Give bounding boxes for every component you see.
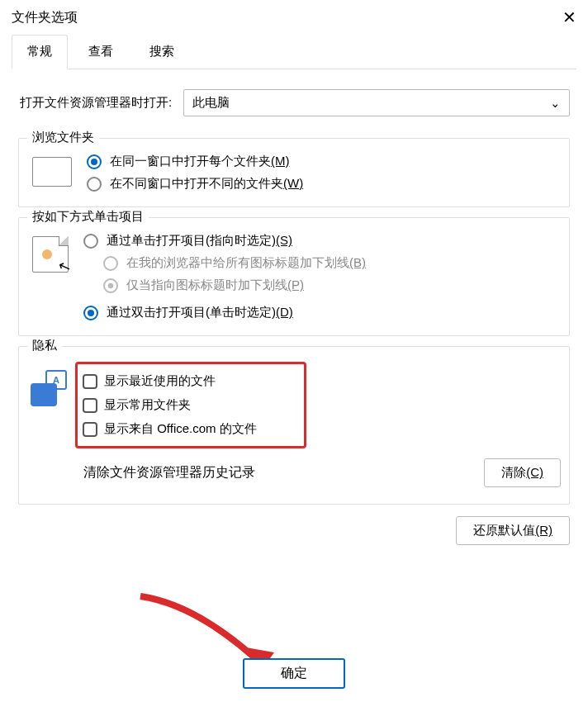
checkbox-icon <box>83 398 97 413</box>
clear-history-label: 清除文件资源管理器历史记录 <box>83 464 255 481</box>
checkbox-icon <box>83 374 97 389</box>
group-privacy: 隐私 A 显示最近使用的文件 显示常用文件夹 <box>18 346 570 505</box>
clear-button[interactable]: 清除(C) <box>484 458 561 487</box>
radio-new-window[interactable]: 在不同窗口中打开不同的文件夹(W) <box>87 176 303 192</box>
radio-icon <box>87 154 102 169</box>
radio-ulp-key: (P) <box>287 277 304 292</box>
open-explorer-select[interactable]: 此电脑 ⌄ <box>183 89 570 116</box>
radio-double-key: (D) <box>276 305 293 319</box>
checkbox-icon <box>83 422 97 437</box>
clear-button-key: (C) <box>526 465 543 479</box>
radio-double-click[interactable]: 通过双击打开项目(单击时选定)(D) <box>83 305 366 320</box>
window-icon <box>32 157 72 187</box>
radio-icon <box>103 278 118 293</box>
radio-icon <box>83 234 98 249</box>
group-privacy-title: 隐私 <box>27 338 62 353</box>
tab-strip: 常规 查看 搜索 <box>0 35 588 69</box>
restore-label: 还原默认值 <box>473 523 535 537</box>
check-show-frequent[interactable]: 显示常用文件夹 <box>83 393 301 417</box>
radio-underline-point: 仅当指向图标标题时加下划线(P) <box>103 277 366 293</box>
radio-single-click[interactable]: 通过单击打开项目(指向时选定)(S) <box>83 233 366 249</box>
group-click-items: 按如下方式单击项目 ↖ 通过单击打开项目(指向时选定)(S) 在我的浏览器中给所… <box>18 217 570 336</box>
radio-icon <box>87 177 102 192</box>
privacy-icon: A <box>31 370 67 406</box>
radio-icon <box>103 256 118 271</box>
tab-search[interactable]: 搜索 <box>134 35 190 69</box>
restore-defaults-button[interactable]: 还原默认值(R) <box>456 516 570 545</box>
radio-double-label: 通过双击打开项目(单击时选定) <box>107 305 276 319</box>
radio-icon <box>83 306 98 320</box>
highlight-annotation: 显示最近使用的文件 显示常用文件夹 显示来自 Office.com 的文件 <box>75 362 306 448</box>
radio-same-window[interactable]: 在同一窗口中打开每个文件夹(M) <box>87 154 303 169</box>
close-icon[interactable]: ✕ <box>558 7 580 28</box>
click-page-icon: ↖ <box>32 236 69 273</box>
check-show-recent[interactable]: 显示最近使用的文件 <box>83 369 301 393</box>
tab-general[interactable]: 常规 <box>12 35 68 69</box>
radio-same-label: 在同一窗口中打开每个文件夹 <box>110 154 271 168</box>
radio-ulp-label: 仅当指向图标标题时加下划线 <box>126 277 287 292</box>
group-click-title: 按如下方式单击项目 <box>27 209 149 225</box>
radio-ulb-label: 在我的浏览器中给所有图标标题加下划线 <box>126 255 349 269</box>
check-frequent-label: 显示常用文件夹 <box>104 397 191 413</box>
chevron-down-icon: ⌄ <box>550 96 561 111</box>
ok-button[interactable]: 确定 <box>243 658 345 689</box>
check-office-label: 显示来自 Office.com 的文件 <box>104 421 257 437</box>
radio-ulb-key: (B) <box>349 255 366 269</box>
open-explorer-value: 此电脑 <box>192 95 230 111</box>
check-recent-label: 显示最近使用的文件 <box>104 373 216 389</box>
clear-button-label: 清除 <box>501 465 526 479</box>
radio-single-key: (S) <box>276 233 292 247</box>
check-show-office[interactable]: 显示来自 Office.com 的文件 <box>83 417 301 441</box>
group-browse-title: 浏览文件夹 <box>27 130 99 145</box>
open-explorer-label: 打开文件资源管理器时打开: <box>20 95 172 111</box>
radio-single-label: 通过单击打开项目(指向时选定) <box>107 233 276 247</box>
radio-same-key: (M) <box>271 154 290 168</box>
radio-new-key: (W) <box>283 176 303 190</box>
group-browse-folders: 浏览文件夹 在同一窗口中打开每个文件夹(M) 在不同窗口中打开不同的文件夹(W) <box>18 138 570 207</box>
restore-key: (R) <box>535 523 552 537</box>
dialog-title: 文件夹选项 <box>12 9 78 26</box>
radio-underline-browser: 在我的浏览器中给所有图标标题加下划线(B) <box>103 255 366 271</box>
tab-view[interactable]: 查看 <box>73 35 129 69</box>
radio-new-label: 在不同窗口中打开不同的文件夹 <box>110 176 283 190</box>
